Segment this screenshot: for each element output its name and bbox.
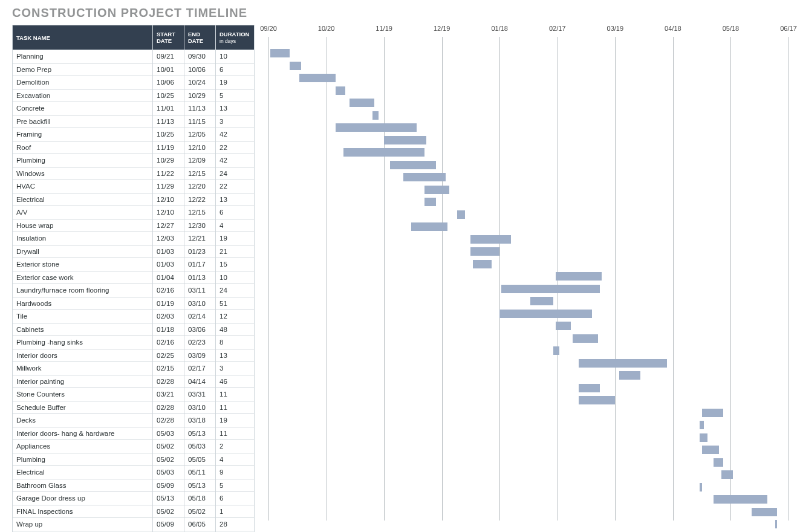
axis-labels: 09/2010/2011/1912/1901/1802/1703/1904/18…	[268, 25, 788, 37]
gantt-bar	[775, 520, 777, 528]
gantt-bar	[553, 346, 559, 355]
table-row: Plumbing10/2912/0942	[13, 154, 255, 167]
task-start-cell: 01/04	[153, 271, 184, 284]
gantt-bar	[702, 409, 723, 417]
task-start-cell: 02/03	[153, 310, 184, 323]
task-end-cell: 05/02	[184, 505, 216, 518]
task-start-cell: 05/03	[153, 427, 184, 440]
task-end-cell: 03/31	[184, 388, 216, 401]
task-name-cell: Exterior case work	[13, 271, 153, 284]
task-name-cell: Schedule Buffer	[13, 401, 153, 414]
task-end-cell: 02/17	[184, 362, 216, 375]
col-header-start: STARTDATE	[153, 25, 184, 50]
gantt-bar	[411, 222, 448, 231]
table-row: Plumbing -hang sinks02/1602/238	[13, 336, 255, 349]
table-row: Insulation12/0312/2119	[13, 232, 255, 245]
task-end-cell: 01/17	[184, 258, 216, 271]
task-name-cell: Drywall	[13, 245, 153, 258]
gantt-bar	[700, 483, 701, 491]
gantt-bar	[350, 99, 374, 107]
task-duration-cell: 4	[216, 219, 255, 232]
task-start-cell: 10/29	[153, 154, 184, 167]
task-duration-cell: 10	[216, 271, 255, 284]
table-row: Demolition10/0610/2419	[13, 76, 255, 89]
task-end-cell: 01/23	[184, 245, 216, 258]
task-end-cell: 11/15	[184, 115, 216, 128]
axis-tick-label: 04/18	[665, 25, 681, 32]
task-end-cell: 12/09	[184, 154, 216, 167]
task-start-cell: 05/13	[153, 492, 184, 505]
axis-tick-label: 12/19	[434, 25, 450, 32]
task-duration-cell: 3	[216, 362, 255, 375]
task-end-cell: 02/14	[184, 310, 216, 323]
task-start-cell: 02/25	[153, 349, 184, 362]
task-duration-cell: 21	[216, 245, 255, 258]
task-duration-cell: 28	[216, 518, 255, 531]
axis-tick-label: 09/20	[260, 25, 277, 32]
task-end-cell: 05/13	[184, 427, 216, 440]
table-row: Interior doors02/2503/0913	[13, 349, 255, 362]
table-row: Exterior case work01/0401/1310	[13, 271, 255, 284]
task-end-cell: 12/05	[184, 128, 216, 141]
gantt-bar	[343, 148, 424, 157]
table-row: Exterior stone01/0301/1715	[13, 258, 255, 271]
task-end-cell: 05/03	[184, 440, 216, 453]
task-end-cell: 06/05	[184, 518, 216, 531]
table-row: Appliances05/0205/032	[13, 440, 255, 453]
task-duration-cell: 11	[216, 427, 255, 440]
task-start-cell: 01/03	[153, 258, 184, 271]
task-end-cell: 11/13	[184, 102, 216, 115]
gantt-bar	[336, 123, 417, 132]
gantt-bar	[752, 508, 776, 516]
table-row: Hardwoods01/1903/1051	[13, 297, 255, 310]
task-duration-cell: 19	[216, 232, 255, 245]
task-start-cell: 02/28	[153, 401, 184, 414]
gantt-bar	[530, 297, 553, 305]
table-row: Wrap up05/0906/0528	[13, 518, 255, 531]
task-name-cell: Demo Prep	[13, 63, 153, 76]
task-duration-cell: 5	[216, 89, 255, 102]
task-start-cell: 09/21	[153, 50, 184, 63]
task-start-cell: 11/13	[153, 115, 184, 128]
task-end-cell: 05/18	[184, 492, 216, 505]
task-end-cell: 10/29	[184, 89, 216, 102]
table-row: Laundry/furnace room flooring02/1603/112…	[13, 284, 255, 297]
task-start-cell: 10/25	[153, 128, 184, 141]
task-start-cell: 05/09	[153, 479, 184, 492]
task-name-cell: Interior doors	[13, 349, 153, 362]
gantt-bar	[702, 446, 720, 454]
table-row: Electrical05/0305/119	[13, 466, 255, 479]
task-name-cell: Interior doors- hang & hardware	[13, 427, 153, 440]
task-name-cell: Insulation	[13, 232, 153, 245]
gantt-bar	[573, 334, 597, 343]
task-start-cell: 01/19	[153, 297, 184, 310]
table-row: Pre backfill11/1311/153	[13, 115, 255, 128]
task-name-cell: Electrical	[13, 466, 153, 479]
task-start-cell: 12/27	[153, 219, 184, 232]
gantt-bar	[390, 161, 436, 169]
task-name-cell: Millwork	[13, 362, 153, 375]
task-end-cell: 12/20	[184, 180, 216, 193]
task-duration-cell: 8	[216, 336, 255, 349]
task-end-cell: 02/23	[184, 336, 216, 349]
axis-tick-label: 03/19	[607, 25, 624, 32]
task-end-cell: 05/13	[184, 479, 216, 492]
task-start-cell: 11/29	[153, 180, 184, 193]
gantt-bar	[579, 359, 668, 368]
task-end-cell: 12/30	[184, 219, 216, 232]
task-name-cell: Roof	[13, 141, 153, 154]
table-header-row: TASK NAME STARTDATE ENDDATE DURATIONin d…	[13, 25, 255, 50]
task-table: TASK NAME STARTDATE ENDDATE DURATIONin d…	[12, 25, 255, 532]
task-duration-cell: 6	[216, 206, 255, 219]
page-title: CONSTRUCTION PROJECT TIMELINE	[12, 6, 788, 20]
task-duration-cell: 42	[216, 128, 255, 141]
task-duration-cell: 4	[216, 453, 255, 466]
table-row: Schedule Buffer02/2803/1011	[13, 401, 255, 414]
table-row: Demo Prep10/0110/066	[13, 63, 255, 76]
table-row: A/V12/1012/156	[13, 206, 255, 219]
gantt-bar	[290, 62, 301, 70]
task-name-cell: Plumbing	[13, 453, 153, 466]
table-row: Stone Counters03/2103/3111	[13, 388, 255, 401]
task-name-cell: Exterior stone	[13, 258, 153, 271]
task-end-cell: 12/15	[184, 206, 216, 219]
